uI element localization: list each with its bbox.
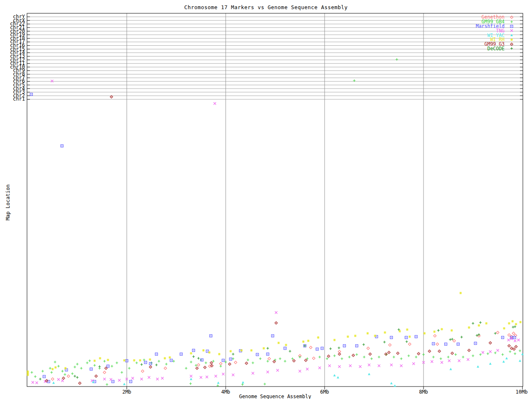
series-genethon-points: [51, 331, 517, 381]
legend-item-tng: TNG: [449, 28, 515, 33]
series-gm99-g3-points: [45, 96, 517, 385]
legend-item-decode: DeCODE: [449, 47, 515, 51]
square-dot-icon: [508, 24, 515, 29]
diamond-open-icon: [508, 15, 515, 20]
scatter-plot: [0, 0, 532, 399]
plot-border: [27, 13, 523, 387]
series-marshfield-points: [30, 93, 516, 383]
series-wi-rh-points: [27, 292, 522, 376]
y-axis-label-chr1: chr1: [1, 97, 25, 101]
x-gridlines: [127, 13, 522, 389]
legend-item-wi-rh: WI RH: [449, 37, 515, 42]
plus-icon: [508, 20, 515, 24]
legend-item-marshfield: Marshfield: [449, 24, 515, 29]
x-tick-label-6Mb: 6Mb: [312, 389, 337, 395]
series-decode-points: [39, 321, 516, 380]
triangle-icon: [508, 33, 515, 37]
diamond-dot-icon: [508, 42, 515, 47]
plus-icon: [508, 46, 515, 51]
legend: Genethon GM99 GB4 Marshfield TNG WI YAC …: [449, 15, 515, 51]
x-tick-label-4Mb: 4Mb: [213, 389, 238, 395]
series-wi-yac-points: [52, 353, 524, 387]
asterisk-icon: [508, 37, 515, 42]
x-tick-label-8Mb: 8Mb: [411, 389, 436, 395]
cross-icon: [508, 28, 515, 33]
x-tick-label-2Mb: 2Mb: [114, 389, 139, 395]
chart-canvas: Chromosome 17 Markers vs Genome Sequence…: [0, 0, 532, 399]
legend-label: DeCODE: [487, 46, 505, 52]
legend-item-wi-yac: WI YAC: [449, 33, 515, 37]
series-tng-points: [32, 80, 520, 384]
legend-item-gm99-g3: GM99 G3: [449, 42, 515, 47]
x-tick-label-10Mb: 10Mb: [509, 389, 532, 395]
series-gm99-gb4-points: [31, 58, 522, 387]
